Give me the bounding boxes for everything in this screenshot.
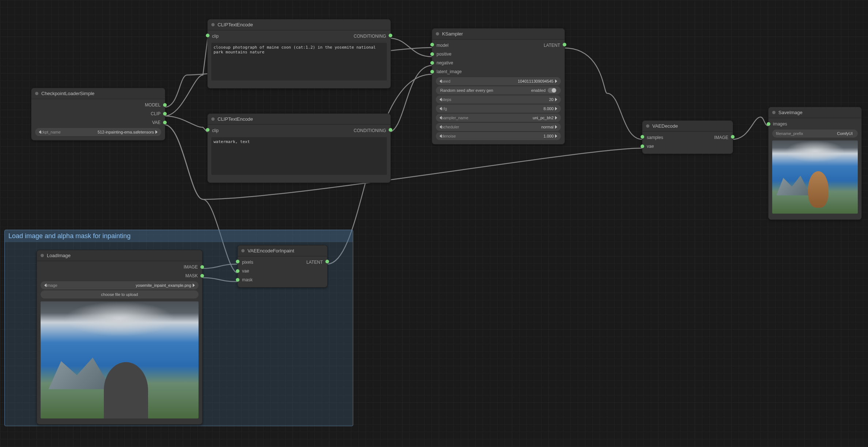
output-vae: VAE	[152, 120, 161, 125]
node-title[interactable]: CLIPTextEncode	[208, 19, 390, 30]
node-title-text: CLIPTextEncode	[218, 22, 253, 27]
image-path-widget[interactable]: imageyosemite_inpaint_example.png	[41, 281, 199, 289]
arrow-right-icon[interactable]	[555, 125, 557, 129]
slot-dot-icon[interactable]	[389, 34, 392, 37]
steps-widget[interactable]: steps20	[436, 95, 561, 104]
input-samples: samples	[647, 135, 663, 140]
node-title-text: VAEDecode	[652, 123, 678, 129]
slot-dot-icon[interactable]	[641, 144, 644, 148]
slot-dot-icon[interactable]	[325, 260, 329, 263]
input-pixels: pixels	[242, 260, 253, 265]
node-title-text: SaveImage	[778, 110, 803, 115]
node-title[interactable]: VAEEncodeForInpaint	[238, 245, 327, 256]
slot-dot-icon[interactable]	[389, 128, 392, 132]
slot-dot-icon[interactable]	[430, 70, 434, 74]
collapse-dot-icon[interactable]	[241, 249, 245, 252]
slot-dot-icon[interactable]	[430, 52, 434, 56]
toggle-pill-icon[interactable]	[548, 88, 556, 93]
input-mask: mask	[242, 277, 253, 282]
filename-prefix-widget[interactable]: filename_prefixComfyUI	[772, 129, 858, 138]
output-mask: MASK	[185, 273, 198, 278]
slot-dot-icon[interactable]	[236, 269, 239, 273]
node-ksampler[interactable]: KSampler model LATENT positive negative …	[432, 28, 565, 144]
node-vae-decode[interactable]: VAEDecode samples IMAGE vae	[642, 120, 733, 154]
cfg-widget[interactable]: cfg8.000	[436, 105, 561, 113]
sampler-name-widget[interactable]: sampler_nameuni_pc_bh2	[436, 114, 561, 122]
arrow-right-icon[interactable]	[193, 283, 195, 287]
prompt-textarea[interactable]	[211, 137, 387, 175]
slot-dot-icon[interactable]	[200, 274, 204, 278]
collapse-dot-icon[interactable]	[211, 23, 215, 26]
slot-dot-icon[interactable]	[767, 122, 770, 126]
collapse-dot-icon[interactable]	[436, 32, 439, 35]
slot-dot-icon[interactable]	[163, 121, 167, 124]
node-save-image[interactable]: SaveImage images filename_prefixComfyUI	[768, 107, 862, 220]
slot-dot-icon[interactable]	[563, 43, 566, 46]
collapse-dot-icon[interactable]	[646, 124, 649, 128]
node-load-image[interactable]: LoadImage IMAGE MASK imageyosemite_inpai…	[37, 250, 203, 425]
node-title[interactable]: CheckpointLoaderSimple	[31, 88, 165, 99]
output-conditioning: CONDITIONING	[354, 128, 386, 133]
output-image-preview	[772, 140, 858, 214]
output-image: IMAGE	[184, 264, 198, 270]
node-title-text: VAEEncodeForInpaint	[248, 248, 294, 253]
node-clip-encode-positive[interactable]: CLIPTextEncode clip CONDITIONING	[207, 19, 391, 89]
seed-widget[interactable]: seed1040111309094545	[436, 77, 561, 85]
ckpt-name-widget[interactable]: ckpt_name512-inpainting-ema.safetensors	[35, 128, 161, 136]
arrow-right-icon[interactable]	[555, 134, 557, 138]
node-title[interactable]: KSampler	[432, 29, 565, 40]
input-negative: negative	[437, 60, 453, 65]
slot-dot-icon[interactable]	[163, 112, 167, 116]
output-latent: LATENT	[544, 43, 560, 48]
output-model: MODEL	[145, 102, 161, 108]
arrow-right-icon[interactable]	[155, 130, 158, 134]
input-clip: clip	[212, 128, 219, 133]
arrow-right-icon[interactable]	[555, 79, 557, 83]
input-positive: positive	[437, 52, 452, 57]
node-vae-encode-inpaint[interactable]: VAEEncodeForInpaint pixels LATENT vae ma…	[237, 245, 328, 288]
input-model: model	[437, 43, 449, 48]
collapse-dot-icon[interactable]	[772, 111, 775, 114]
random-seed-toggle[interactable]: Random seed after every genenabled	[436, 86, 561, 94]
node-graph-canvas[interactable]: Load image and alpha mask for inpainting…	[0, 0, 868, 447]
node-title-text: LoadImage	[47, 253, 71, 258]
slot-dot-icon[interactable]	[430, 61, 434, 65]
choose-file-button[interactable]: choose file to upload	[41, 290, 199, 298]
output-image: IMAGE	[714, 135, 728, 140]
slot-dot-icon[interactable]	[206, 128, 210, 132]
prompt-textarea[interactable]	[211, 43, 387, 80]
node-title[interactable]: SaveImage	[769, 107, 861, 118]
slot-dot-icon[interactable]	[200, 265, 204, 269]
node-title-text: KSampler	[442, 31, 463, 37]
node-title[interactable]: CLIPTextEncode	[208, 114, 390, 125]
input-clip: clip	[212, 34, 219, 39]
image-preview	[41, 301, 199, 418]
input-vae: vae	[242, 268, 249, 274]
slot-dot-icon[interactable]	[430, 43, 434, 46]
node-title[interactable]: VAEDecode	[642, 121, 733, 132]
slot-dot-icon[interactable]	[641, 135, 644, 139]
collapse-dot-icon[interactable]	[211, 117, 215, 121]
arrow-right-icon[interactable]	[555, 98, 557, 101]
input-latent-image: latent_image	[437, 69, 462, 74]
input-images: images	[773, 121, 787, 127]
arrow-right-icon[interactable]	[555, 116, 557, 120]
slot-dot-icon[interactable]	[206, 34, 210, 37]
input-vae: vae	[647, 144, 654, 149]
slot-dot-icon[interactable]	[236, 260, 239, 263]
group-title[interactable]: Load image and alpha mask for inpainting	[5, 230, 353, 242]
denoise-widget[interactable]: denoise1.000	[436, 132, 561, 140]
arrow-right-icon[interactable]	[555, 107, 557, 110]
slot-dot-icon[interactable]	[163, 103, 167, 107]
slot-dot-icon[interactable]	[236, 278, 239, 282]
slot-dot-icon[interactable]	[731, 135, 735, 139]
node-title[interactable]: LoadImage	[37, 250, 202, 261]
node-checkpoint-loader[interactable]: CheckpointLoaderSimple MODEL CLIP VAE ck…	[31, 88, 165, 140]
collapse-dot-icon[interactable]	[41, 254, 44, 257]
scheduler-widget[interactable]: schedulernormal	[436, 123, 561, 131]
node-clip-encode-negative[interactable]: CLIPTextEncode clip CONDITIONING	[207, 113, 391, 183]
collapse-dot-icon[interactable]	[35, 92, 38, 95]
node-title-text: CheckpointLoaderSimple	[41, 91, 94, 96]
output-clip: CLIP	[151, 111, 161, 116]
node-title-text: CLIPTextEncode	[218, 116, 253, 122]
